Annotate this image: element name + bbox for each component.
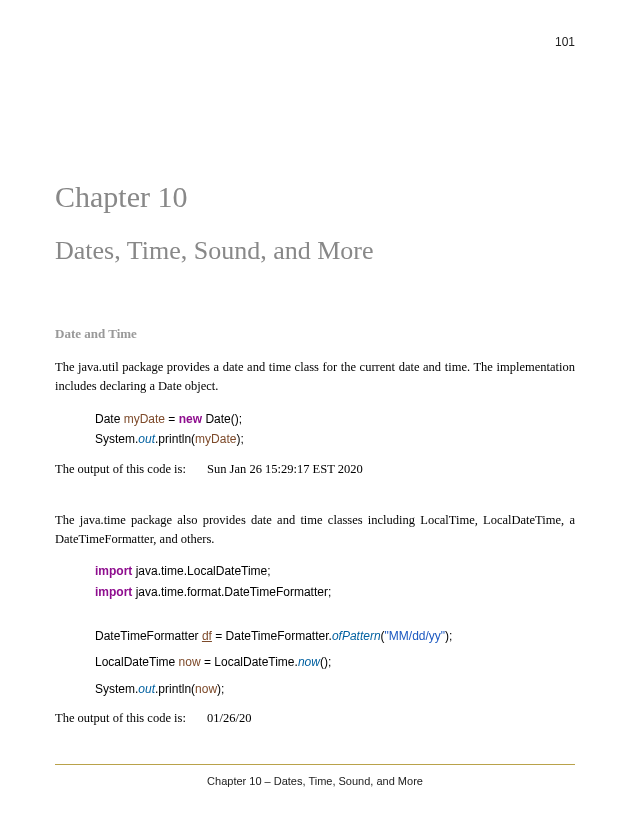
code-var: myDate: [124, 412, 165, 426]
code-token: ();: [320, 655, 331, 669]
output-line-2: The output of this code is: 01/26/20: [55, 711, 575, 726]
paragraph-1: The java.util package provides a date an…: [55, 358, 575, 397]
code-token: );: [217, 682, 224, 696]
code-line: import java.time.LocalDateTime;: [95, 561, 575, 581]
code-line: System.out.println(now);: [95, 679, 575, 699]
code-keyword: import: [95, 585, 132, 599]
code-string: "MM/dd/yy": [385, 629, 446, 643]
code-keyword: new: [179, 412, 202, 426]
code-line: Date myDate = new Date();: [95, 409, 575, 429]
code-static: out: [138, 432, 155, 446]
output-label: The output of this code is:: [55, 462, 186, 477]
code-token: System.: [95, 682, 138, 696]
code-static: ofPattern: [332, 629, 381, 643]
page-number: 101: [555, 35, 575, 49]
code-token: =: [165, 412, 179, 426]
output-value: 01/26/20: [207, 711, 251, 726]
code-token: Date();: [202, 412, 242, 426]
code-line: System.out.println(myDate);: [95, 429, 575, 449]
output-line-1: The output of this code is: Sun Jan 26 1…: [55, 462, 575, 477]
code-keyword: import: [95, 564, 132, 578]
code-token: System.: [95, 432, 138, 446]
output-label: The output of this code is:: [55, 711, 186, 726]
code-line: LocalDateTime now = LocalDateTime.now();: [95, 652, 575, 672]
code-token: .println(: [155, 682, 195, 696]
code-var: now: [179, 655, 201, 669]
code-token: );: [445, 629, 452, 643]
code-token: .println(: [155, 432, 195, 446]
code-token: DateTimeFormatter: [95, 629, 202, 643]
code-block-3: DateTimeFormatter df = DateTimeFormatter…: [95, 626, 575, 699]
code-line: import java.time.format.DateTimeFormatte…: [95, 582, 575, 602]
code-token: Date: [95, 412, 124, 426]
code-token: = LocalDateTime.: [201, 655, 298, 669]
code-var: myDate: [195, 432, 236, 446]
code-token: = DateTimeFormatter.: [212, 629, 332, 643]
footer-rule: [55, 764, 575, 765]
section-heading: Date and Time: [55, 326, 575, 342]
footer-text: Chapter 10 – Dates, Time, Sound, and Mor…: [0, 775, 630, 787]
chapter-title: Dates, Time, Sound, and More: [55, 236, 575, 266]
code-var: df: [202, 629, 212, 643]
code-static: now: [298, 655, 320, 669]
code-token: java.time.LocalDateTime;: [132, 564, 270, 578]
output-value: Sun Jan 26 15:29:17 EST 2020: [207, 462, 363, 477]
code-line: DateTimeFormatter df = DateTimeFormatter…: [95, 626, 575, 646]
code-block-2: import java.time.LocalDateTime; import j…: [95, 561, 575, 602]
code-token: LocalDateTime: [95, 655, 179, 669]
paragraph-2: The java.time package also provides date…: [55, 511, 575, 550]
code-static: out: [138, 682, 155, 696]
code-var: now: [195, 682, 217, 696]
chapter-heading: Chapter 10: [55, 180, 575, 214]
code-block-1: Date myDate = new Date(); System.out.pri…: [95, 409, 575, 450]
code-token: );: [236, 432, 243, 446]
code-token: java.time.format.DateTimeFormatter;: [132, 585, 331, 599]
